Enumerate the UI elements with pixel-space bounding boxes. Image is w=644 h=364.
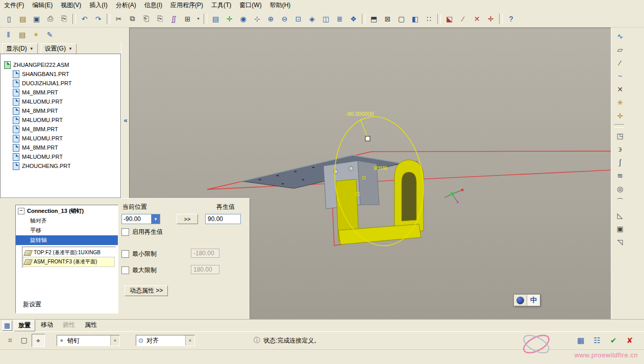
zoom-out-icon[interactable]: ⊖	[278, 12, 291, 25]
orient-mode-icon[interactable]: ◉	[237, 12, 250, 25]
chevron-down-icon[interactable]: ▾	[195, 12, 202, 25]
menu-help[interactable]: 帮助(H)	[266, 0, 295, 11]
toolbar-icon[interactable]	[362, 14, 365, 24]
repaint-icon[interactable]: ▤	[209, 12, 222, 25]
tree-item[interactable]: M4LUOMU.PRT	[1, 134, 120, 143]
datum-curve-tool-icon[interactable]: ~	[614, 69, 626, 83]
manual-placement-icon[interactable]: ▢	[18, 334, 30, 346]
dynamic-properties-button[interactable]: 动态属性 >>	[125, 285, 168, 296]
tree-item[interactable]: M4_8MM.PRT	[1, 106, 120, 115]
activate-window-icon[interactable]: ◧	[409, 12, 422, 25]
datum-csys-tool-icon[interactable]: ✛	[614, 109, 626, 123]
print-icon[interactable]: ⎙	[44, 12, 57, 25]
menu-insert[interactable]: 插入(I)	[85, 0, 111, 11]
constraint-item[interactable]: 旋转轴	[16, 235, 118, 245]
collapse-icon[interactable]: −	[18, 208, 24, 214]
toolbar-icon[interactable]	[499, 14, 503, 24]
datum-plane-display-icon[interactable]: ⬕	[443, 12, 456, 25]
tree-item[interactable]: SHANGBAN1.PRT	[1, 69, 120, 79]
screw[interactable]	[349, 166, 353, 171]
layers-icon[interactable]: ≣	[333, 12, 346, 25]
menu-view[interactable]: 视图(V)	[57, 0, 85, 11]
tree-item[interactable]: ZHUANGPEI222.ASM	[1, 60, 120, 69]
copy-icon[interactable]: ⧉	[126, 12, 139, 25]
toolbar-icon[interactable]	[437, 14, 441, 24]
menu-analysis[interactable]: 分析(A)	[112, 0, 140, 11]
tree-item[interactable]: M4_8MM.PRT	[1, 88, 120, 97]
chevron-down-icon[interactable]: ▼	[110, 335, 119, 346]
constraint-type-combo[interactable]: ⊙ 对齐 ▼	[136, 335, 195, 346]
interface-placement-icon[interactable]: ⌗	[4, 334, 16, 346]
rotation-drag-handle[interactable]	[365, 136, 370, 141]
datum-plane-tool-icon[interactable]: ▱	[614, 43, 626, 56]
enable-regen-checkbox[interactable]	[121, 228, 129, 236]
regen-value-field[interactable]: 90.00	[205, 214, 241, 224]
connections-icon[interactable]: ✎	[43, 29, 56, 41]
constraint-item[interactable]: 平移	[16, 226, 118, 235]
spin-center-icon[interactable]: ✛	[223, 12, 236, 25]
constraint-item[interactable]: 轴对齐	[16, 216, 118, 226]
saved-views-icon[interactable]: ◫	[319, 12, 332, 25]
redo-icon[interactable]: ↷	[92, 12, 105, 25]
select-grid-icon[interactable]: ⊞	[181, 12, 194, 25]
extrude-tool-icon[interactable]: ◳	[614, 129, 626, 142]
tree-item[interactable]: M4LUOMU.PRT	[1, 97, 120, 106]
menu-file[interactable]: 文件(F)	[0, 0, 28, 11]
window-icon[interactable]: ▢	[395, 12, 408, 25]
print-preview-icon[interactable]: ⎘	[58, 12, 70, 25]
screw[interactable]	[334, 169, 338, 174]
tree-item[interactable]: M4_8MM.PRT	[1, 125, 120, 134]
preview-button[interactable]: ☷	[590, 333, 604, 348]
menu-tools[interactable]: 工具(T)	[207, 0, 235, 11]
model-display-icon[interactable]: ∷	[423, 12, 435, 25]
folder-browser-icon[interactable]: ▤	[16, 29, 29, 41]
favorites-icon[interactable]: ✶	[30, 29, 42, 41]
undo-icon[interactable]: ↶	[78, 12, 91, 25]
tree-item[interactable]: M4LUOMU.PRT	[1, 152, 120, 161]
current-position-combo[interactable]: -90.00 ▼	[121, 214, 160, 224]
tree-item[interactable]: M4_8MM.PRT	[1, 143, 120, 152]
min-limit-checkbox[interactable]	[121, 250, 129, 258]
toolbar-icon[interactable]	[72, 14, 76, 24]
new-window-icon[interactable]: ⬒	[367, 12, 380, 25]
reference-item[interactable]: TOP:F2 (基准平面):1UXINGB	[23, 248, 114, 257]
placement-panel-icon[interactable]: ▦	[2, 321, 12, 331]
draft-tool-icon[interactable]: ◹	[614, 235, 626, 249]
ime-mode-button[interactable]: 中	[527, 295, 540, 306]
pause-button[interactable]: ▦	[574, 333, 588, 348]
offset-point-tool-icon[interactable]: ✳	[614, 96, 626, 109]
regenerate-icon[interactable]: ∬	[167, 12, 180, 25]
connection-title-row[interactable]: − Connection_13 (销钉)	[16, 205, 118, 216]
zoom-in-icon[interactable]: ⊕	[264, 12, 277, 25]
datum-axis-tool-icon[interactable]: ∕	[614, 56, 626, 69]
ok-button[interactable]: ✔	[606, 333, 621, 348]
connection-type-combo[interactable]: ⌖ 销钉 ▼	[57, 335, 120, 346]
plate-part[interactable]	[242, 155, 402, 188]
tab-placement[interactable]: 放置	[14, 320, 35, 331]
menu-applications[interactable]: 应用程序(P)	[166, 0, 207, 11]
paste-special-icon[interactable]: ⎘	[154, 12, 166, 25]
datum-point-tool-icon[interactable]: ✕	[614, 83, 626, 96]
view-manager-icon[interactable]: ❖	[347, 12, 360, 25]
show-dropdown-button[interactable]: 显示(D) ▼	[2, 43, 38, 54]
menu-window[interactable]: 窗口(W)	[235, 0, 265, 11]
toolbar-icon[interactable]	[107, 14, 110, 24]
tree-item[interactable]: ZHOUCHENG.PRT	[1, 161, 120, 171]
settings-dropdown-button[interactable]: 设置(G) ▼	[41, 43, 77, 54]
feature-icon[interactable]	[614, 124, 624, 128]
chevron-down-icon[interactable]: ▼	[185, 335, 194, 346]
ime-logo-icon[interactable]	[514, 295, 527, 306]
tree-item[interactable]: DUOJIZHIJIA1.PRT	[1, 79, 120, 88]
context-help-icon[interactable]: ?	[505, 12, 517, 25]
paste-icon[interactable]: ⎗	[140, 12, 153, 25]
reorient-view-icon[interactable]: ◈	[306, 12, 318, 25]
open-icon[interactable]: ▤	[16, 12, 29, 25]
chamfer-tool-icon[interactable]: ◺	[614, 209, 626, 222]
tab-move[interactable]: 移动	[37, 320, 57, 331]
close-window-icon[interactable]: ⊠	[381, 12, 394, 25]
cancel-button[interactable]: ✘	[623, 333, 637, 348]
datum-axis-display-icon[interactable]: ∕	[457, 12, 469, 25]
new-set-link[interactable]: 新设置	[23, 300, 41, 309]
new-file-icon[interactable]: ▯	[3, 12, 15, 25]
clevis-slot[interactable]	[402, 172, 416, 221]
